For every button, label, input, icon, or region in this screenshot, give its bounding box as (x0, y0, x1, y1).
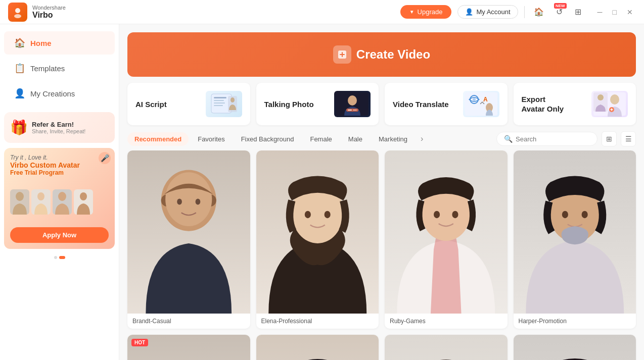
svg-point-27 (610, 94, 619, 105)
feature-card-ai-script[interactable]: AI Script (127, 83, 250, 125)
video-translate-image: A (463, 91, 499, 117)
sidebar-home-label: Home (30, 39, 52, 47)
filter-tab-recommended[interactable]: Recommended (127, 132, 189, 146)
avatar-card-av6[interactable] (256, 335, 379, 360)
export-avatar-image (591, 91, 628, 117)
promo-dot-2 (59, 256, 65, 259)
svg-point-15 (231, 97, 235, 102)
svg-point-34 (177, 198, 182, 204)
promo2-free-trial: Free Trial Program (10, 169, 109, 176)
view-toggle-grid-button[interactable]: ⊞ (602, 131, 617, 146)
minimize-button[interactable]: ─ (594, 6, 606, 18)
avatar-card-elena[interactable]: Elena-Professional (256, 150, 379, 329)
create-video-label: Create Video (356, 47, 430, 62)
video-translate-label: Video Translate (393, 100, 449, 109)
custom-avatar-promo-card[interactable]: Try it , Love it. Virbo Custom Avatar Fr… (4, 148, 115, 249)
filter-tab-favorites[interactable]: Favorites (191, 132, 232, 146)
search-area: 🔍 ⊞ ☰ (496, 131, 636, 146)
sidebar-item-home[interactable]: 🏠 Home (4, 31, 115, 55)
svg-rect-10 (214, 97, 226, 98)
hot-badge: HOT (131, 339, 148, 346)
search-icon: 🔍 (504, 135, 513, 143)
svg-point-23 (473, 98, 476, 101)
promo2-brand: Virbo Custom Avatar (10, 161, 109, 169)
account-icon: 👤 (465, 8, 473, 16)
svg-text:A: A (483, 96, 488, 103)
avatar-card-av7[interactable] (385, 335, 508, 360)
avatar-card-ruby[interactable]: Ruby-Games (385, 150, 508, 329)
feature-card-talking-photo[interactable]: Talking Photo (256, 83, 379, 125)
export-avatar-label-2: Avatar Only (522, 105, 564, 113)
filter-area: Recommended Favorites Fixed Background F… (119, 131, 644, 150)
grid-icon-btn[interactable]: ⊞ (572, 5, 584, 19)
new-badge: NEW (554, 3, 567, 9)
my-creations-nav-icon: 👤 (14, 88, 25, 99)
promo2-try-label: Try it , Love it. (10, 154, 109, 161)
filter-tabs: Recommended Favorites Fixed Background F… (127, 132, 496, 146)
content-area: Create Video AI Script (119, 24, 644, 360)
refer-earn-icon: 🎁 (10, 119, 28, 136)
avatar-image-brandt (127, 150, 250, 314)
filter-tab-marketing[interactable]: Marketing (372, 132, 415, 146)
logo-area: Wondershare Virbo (8, 3, 66, 22)
avatar-label-elena: Elena-Professional (256, 314, 379, 329)
sidebar-my-creations-label: My Creations (30, 89, 75, 98)
svg-rect-12 (214, 102, 225, 104)
svg-rect-21 (465, 92, 497, 116)
avatar-grid-wrapper: Brandt-Casual (119, 150, 644, 360)
svg-point-29 (597, 94, 604, 100)
sidebar: 🏠 Home 📋 Templates 👤 My Creations 🎁 Refe… (0, 24, 119, 360)
promo2-avatars (10, 189, 109, 215)
separator (524, 6, 525, 18)
refer-earn-text: Refer & Earn! Share, Invite, Repeat! (32, 121, 85, 134)
filter-tab-male[interactable]: Male (341, 132, 370, 146)
avatar-image-harper (514, 150, 636, 314)
create-video-banner[interactable]: Create Video (127, 32, 636, 77)
feature-card-export-avatar[interactable]: Export Avatar Only (514, 83, 636, 125)
filter-tab-fixed-background[interactable]: Fixed Background (234, 132, 301, 146)
avatar-card-av8[interactable] (514, 335, 636, 360)
my-account-button[interactable]: 👤 My Account (457, 5, 518, 19)
view-toggle-list-button[interactable]: ☰ (621, 131, 636, 146)
templates-nav-icon: 📋 (14, 63, 25, 74)
avatar-image-elena (256, 150, 379, 314)
svg-point-1 (14, 14, 21, 18)
svg-point-45 (581, 211, 587, 219)
mini-avatar-4 (74, 189, 93, 215)
avatar-card-harper[interactable]: Harper-Promotion (514, 150, 636, 329)
avatar-card-av5[interactable]: HOT (127, 335, 250, 360)
filter-more-button[interactable]: › (417, 132, 427, 145)
home-icon-btn[interactable]: 🏠 (531, 5, 547, 19)
app-logo (8, 3, 27, 22)
close-button[interactable]: ✕ (624, 6, 636, 18)
avatar-image-av6 (256, 335, 379, 360)
avatar-card-brandt[interactable]: Brandt-Casual (127, 150, 250, 329)
svg-rect-20 (353, 110, 357, 111)
avatar-image-av5: HOT (127, 335, 250, 360)
filter-tab-female[interactable]: Female (303, 132, 339, 146)
promo2-content: Try it , Love it. Virbo Custom Avatar Fr… (10, 154, 109, 176)
svg-rect-13 (214, 105, 223, 106)
home-nav-icon: 🏠 (14, 37, 25, 48)
svg-point-44 (562, 211, 568, 219)
apply-now-button[interactable]: Apply Now (10, 227, 109, 243)
sidebar-item-my-creations[interactable]: 👤 My Creations (4, 82, 115, 105)
brand-name: Wondershare Virbo (32, 5, 66, 20)
feature-card-video-translate[interactable]: Video Translate A (385, 83, 508, 125)
help-icon-btn[interactable]: ↺ NEW (553, 5, 566, 19)
avatar-image-av7 (385, 335, 508, 360)
promo-dot-1 (54, 256, 57, 259)
search-input[interactable] (516, 135, 590, 143)
svg-point-33 (165, 172, 212, 226)
search-box: 🔍 (496, 132, 597, 146)
talking-photo-image (334, 91, 371, 117)
svg-point-17 (348, 95, 357, 106)
refer-earn-card[interactable]: 🎁 Refer & Earn! Share, Invite, Repeat! (4, 112, 115, 143)
svg-point-3 (37, 192, 44, 200)
sidebar-item-templates[interactable]: 📋 Templates (4, 57, 115, 80)
my-account-label: My Account (476, 8, 510, 16)
upgrade-button[interactable]: Upgrade (400, 5, 452, 19)
maximize-button[interactable]: □ (610, 6, 620, 18)
svg-point-38 (324, 211, 330, 219)
avatar-grid: Brandt-Casual (127, 150, 636, 360)
